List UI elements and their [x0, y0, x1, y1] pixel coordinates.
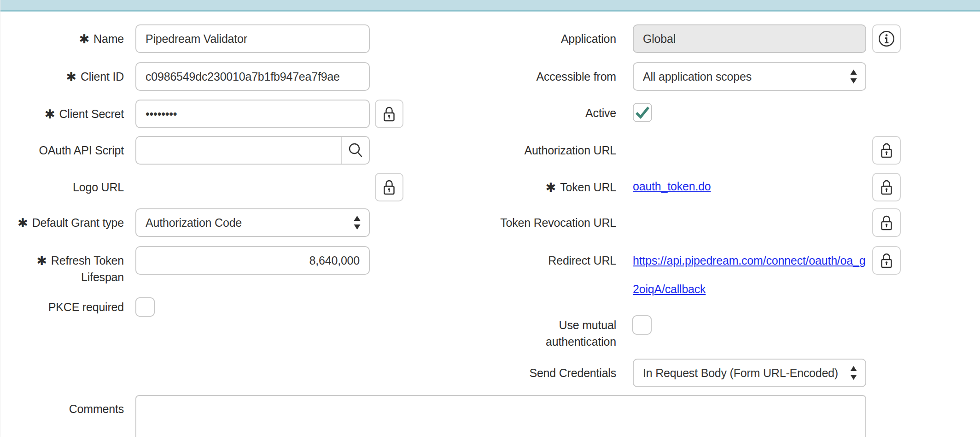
required-asterisk: ✱: [36, 254, 47, 268]
top-accent-bar: [0, 0, 980, 12]
required-asterisk: ✱: [45, 107, 55, 121]
oauth-api-script-label: OAuth API Script: [4, 142, 124, 159]
token-revocation-url-label: Token Revocation URL: [492, 214, 616, 231]
refresh-token-lifespan-input[interactable]: [135, 246, 370, 275]
lock-icon: [880, 178, 893, 196]
select-arrows-icon: [850, 366, 857, 380]
lock-icon: [880, 142, 893, 159]
lock-icon: [880, 214, 893, 231]
authorization-url-lock-button[interactable]: [872, 136, 901, 165]
accessible-from-value: All application scopes: [643, 63, 843, 90]
send-credentials-value: In Request Body (Form URL-Encoded): [643, 360, 843, 386]
required-asterisk: ✱: [546, 181, 556, 195]
oauth-api-script-input[interactable]: [136, 137, 341, 164]
lock-icon: [382, 178, 396, 196]
name-input[interactable]: [135, 24, 370, 53]
default-grant-type-value: Authorization Code: [146, 209, 347, 236]
application-label: Application: [492, 30, 616, 47]
required-asterisk: ✱: [66, 70, 76, 84]
comments-label: Comments: [4, 401, 124, 417]
token-revocation-url-lock-button[interactable]: [872, 208, 901, 237]
select-arrows-icon: [850, 70, 857, 83]
use-mutual-authentication-checkbox[interactable]: [632, 315, 652, 335]
refresh-token-lifespan-label: ✱Refresh Token Lifespan: [4, 252, 124, 285]
use-mutual-authentication-label: Use mutual authentication: [492, 317, 616, 350]
accessible-from-select[interactable]: All application scopes: [633, 62, 866, 91]
search-button[interactable]: [341, 137, 369, 164]
oauth-api-script-field: [135, 136, 370, 165]
logo-url-lock-button[interactable]: [375, 173, 403, 201]
redirect-url-link[interactable]: https://api.pipedream.com/connect/oauth/…: [633, 246, 866, 303]
token-url-lock-button[interactable]: [872, 173, 901, 201]
required-asterisk: ✱: [18, 216, 28, 230]
client-id-label: ✱Client ID: [4, 68, 124, 85]
select-arrows-icon: [354, 216, 361, 230]
required-asterisk: ✱: [79, 32, 89, 46]
active-checkbox[interactable]: [633, 103, 652, 122]
client-secret-input[interactable]: [135, 100, 370, 128]
redirect-url-label: Redirect URL: [492, 252, 616, 269]
client-id-input[interactable]: [135, 62, 370, 91]
info-icon: [877, 29, 896, 48]
lock-icon: [382, 105, 396, 123]
authorization-url-label: Authorization URL: [492, 142, 616, 159]
accessible-from-label: Accessible from: [492, 68, 616, 85]
application-input: [633, 24, 866, 53]
active-label: Active: [492, 105, 616, 121]
token-url-label: ✱Token URL: [492, 179, 616, 195]
client-secret-label: ✱Client Secret: [4, 106, 124, 122]
redirect-url-lock-button[interactable]: [872, 246, 901, 275]
token-url-link[interactable]: oauth_token.do: [633, 178, 711, 195]
checkmark-icon: [633, 103, 652, 122]
pkce-required-checkbox[interactable]: [135, 297, 155, 317]
send-credentials-label: Send Credentials: [492, 365, 616, 381]
logo-url-label: Logo URL: [4, 179, 124, 195]
default-grant-type-label: ✱Default Grant type: [4, 214, 124, 231]
name-label: ✱Name: [4, 30, 124, 47]
search-icon: [347, 142, 364, 159]
pkce-required-label: PKCE required: [4, 299, 124, 315]
application-info-button[interactable]: [872, 24, 901, 53]
lock-icon: [880, 252, 893, 269]
default-grant-type-select[interactable]: Authorization Code: [135, 208, 370, 237]
comments-textarea[interactable]: [135, 395, 866, 437]
client-secret-lock-button[interactable]: [375, 100, 403, 128]
send-credentials-select[interactable]: In Request Body (Form URL-Encoded): [633, 359, 866, 387]
oauth-entity-form: ✱Name ✱Client ID ✱Client Secret OAuth AP…: [0, 0, 980, 437]
